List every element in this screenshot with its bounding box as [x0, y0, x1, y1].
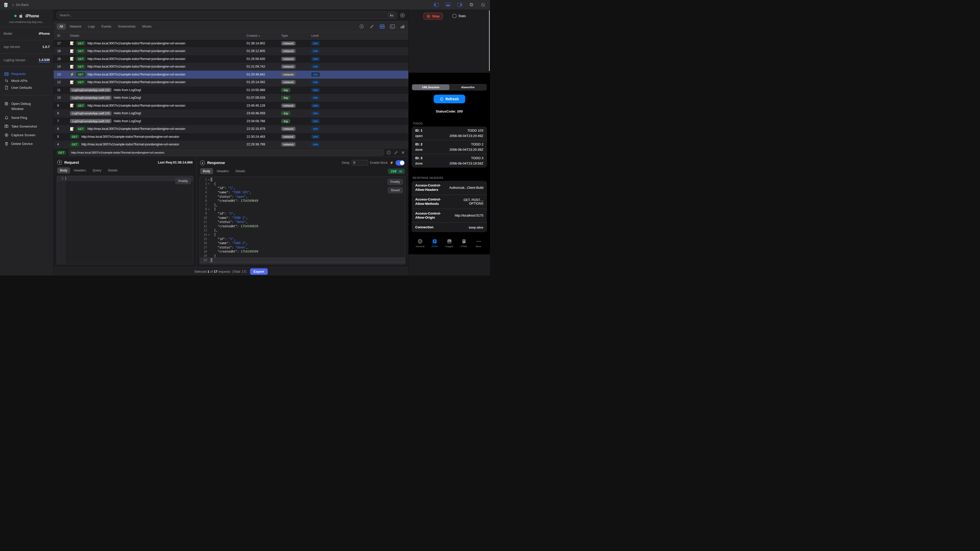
emoji-filter-icon[interactable] [400, 13, 405, 18]
code-line-15[interactable]: 15 "id": "3", [200, 237, 405, 241]
fold-arrow-icon[interactable]: ▾ [207, 183, 210, 185]
tab-all[interactable]: All [57, 24, 66, 30]
back-button[interactable]: ‹ Go Back [11, 2, 29, 7]
table-row[interactable]: 12📝GEThttp://max.local:3007/v1/sample-to… [54, 79, 408, 86]
device-tab-images[interactable]: Images [443, 239, 456, 248]
delay-input[interactable] [352, 160, 368, 165]
stats-checkbox[interactable]: Stats [452, 14, 466, 18]
sidebar-item-requests[interactable]: Requests [3, 70, 50, 77]
device-tab-general[interactable]: General [414, 239, 426, 248]
request-tab-headers[interactable]: Headers [71, 167, 89, 173]
theme-brush-button[interactable] [369, 24, 375, 29]
table-row[interactable]: 14📝GEThttp://max.local:3007/v1/sample-to… [54, 63, 408, 71]
tab-screenshots[interactable]: Screenshots [115, 24, 138, 30]
fold-arrow-icon[interactable]: ▾ [207, 233, 210, 236]
toggle-left-panel-button[interactable] [433, 2, 439, 7]
device-tab-html[interactable]: HTML [458, 239, 470, 248]
response-tab-details[interactable]: Details [233, 168, 248, 174]
tab-events[interactable]: Events [99, 24, 114, 30]
code-line-8[interactable]: 8▾ { [200, 207, 405, 211]
settings-button[interactable]: ⚙ [469, 2, 474, 7]
column-id[interactable]: ID [54, 34, 70, 38]
request-body-editor[interactable]: 1 Prettify [57, 176, 193, 264]
expand-button[interactable] [393, 150, 398, 155]
code-line-10[interactable]: 10 "name": "TODO 2", [200, 216, 405, 220]
tab-network[interactable]: Network [67, 24, 84, 30]
table-row[interactable]: 13⚡GEThttp://max.local:3007/v1/sample-to… [54, 71, 408, 79]
code-line-16[interactable]: 16 "name": "TODO 3", [200, 241, 405, 245]
segment-urlsession[interactable]: URLSession [412, 84, 449, 90]
device-tab-more[interactable]: More [472, 239, 485, 248]
code-line-6[interactable]: 6 "createdAt": 1754349649 [200, 199, 405, 203]
column-created[interactable]: Created ▼ [247, 34, 281, 38]
response-tab-headers[interactable]: Headers [214, 168, 232, 174]
table-row[interactable]: 7LogDogExampleApp.swift:103Hello from Lo… [54, 118, 408, 125]
device-tab-json[interactable]: JSON [428, 239, 441, 248]
response-prettify-button[interactable]: Prettify [387, 179, 403, 185]
request-tab-body[interactable]: Body [57, 167, 70, 173]
code-line-20[interactable]: 20] [200, 258, 405, 262]
column-level[interactable]: Level [311, 34, 408, 38]
code-line-2[interactable]: 2▾ { [200, 182, 405, 186]
history-button[interactable] [359, 24, 364, 29]
stats-chart-button[interactable] [400, 24, 405, 29]
sidebar-action-delete-device[interactable]: Delete Device [3, 140, 50, 148]
fold-arrow-icon[interactable]: ▾ [207, 179, 210, 181]
table-view-button[interactable] [379, 24, 385, 29]
table-row[interactable]: 6📝GEThttp://max.local:3007/v1/sample-tod… [54, 125, 408, 133]
export-button[interactable]: Export [250, 268, 268, 275]
segment-alamofire[interactable]: Alamofire [449, 84, 487, 90]
code-line-17[interactable]: 17 "status": "done", [200, 245, 405, 250]
version-link[interactable]: 1.4.530 [39, 58, 50, 62]
sidebar-item-user-defaults[interactable]: User Defaults [3, 84, 50, 91]
code-line-1[interactable]: 1▾[ [200, 178, 405, 182]
request-prettify-button[interactable]: Prettify [175, 178, 191, 184]
match-case-button[interactable]: Aa [388, 13, 395, 17]
code-line-3[interactable]: 3 "id": "1", [200, 186, 405, 190]
code-line-4[interactable]: 4 "name": "TODO 103", [200, 190, 405, 195]
refresh-button[interactable]: Refresh [434, 95, 465, 103]
console-button[interactable] [390, 24, 395, 29]
search-input[interactable] [57, 14, 388, 17]
code-line-13[interactable]: 13 }, [200, 228, 405, 233]
theme-toggle-button[interactable] [480, 2, 486, 7]
table-row[interactable]: 11LogDogExampleApp.swift:103Hello from L… [54, 86, 408, 94]
table-row[interactable]: 17📝GEThttp://max.local:3007/v1/sample-to… [54, 40, 408, 48]
table-row[interactable]: 4GEThttp://max.local:3007/v1/sample-todo… [54, 141, 408, 149]
stop-button[interactable]: Stop [423, 13, 443, 20]
code-line-12[interactable]: 12 "createdAt": 1754349639 [200, 224, 405, 229]
table-row[interactable]: 8LogDogExampleApp.swift:103Hello from Lo… [54, 110, 408, 118]
request-tab-query[interactable]: Query [90, 167, 104, 173]
sidebar-action-send-ping[interactable]: Send Ping [3, 114, 50, 122]
column-type[interactable]: Type [281, 34, 311, 38]
tab-logs[interactable]: Logs [85, 24, 98, 30]
toggle-bottom-panel-button[interactable] [445, 2, 451, 7]
table-row[interactable]: 16📝GEThttp://max.local:3007/v1/sample-to… [54, 48, 408, 56]
sidebar-action-capture-screen[interactable]: Capture Screen [3, 131, 50, 140]
sidebar-action-take-screenshot[interactable]: Take Screenshot [3, 122, 50, 131]
request-tab-details[interactable]: Details [105, 167, 121, 173]
code-line-14[interactable]: 14▾ { [200, 233, 405, 237]
info-button[interactable] [387, 150, 391, 155]
table-row[interactable]: 5GEThttp://max.local:3007/v1/sample-todo… [54, 133, 408, 141]
code-line-11[interactable]: 11 "status": "done", [200, 220, 405, 224]
table-row[interactable]: 9📝GEThttp://max.local:3007/v1/sample-tod… [54, 102, 408, 110]
sidebar-action-open-debug-window[interactable]: Open Debug Window [3, 100, 50, 114]
response-body-editor[interactable]: 1▾[2▾ {3 "id": "1",4 "name": "TODO 103",… [200, 176, 405, 264]
code-line-9[interactable]: 9 "id": "2", [200, 211, 405, 216]
window-scrollbar-thumb[interactable] [489, 10, 490, 71]
sidebar-item-mock-apis[interactable]: Mock APIs [3, 77, 50, 84]
table-row[interactable]: 10LogDogExampleApp.swift:103Hello from L… [54, 94, 408, 102]
enable-mock-toggle[interactable] [396, 160, 405, 165]
code-line-19[interactable]: 19 } [200, 254, 405, 258]
request-url-input[interactable] [68, 149, 384, 156]
code-line-18[interactable]: 18 "createdAt": 1754349599 [200, 249, 405, 254]
table-row[interactable]: 15📝GEThttp://max.local:3007/v1/sample-to… [54, 55, 408, 63]
code-line-7[interactable]: 7 }, [200, 203, 405, 207]
close-button[interactable] [401, 150, 405, 155]
tab-mocks[interactable]: Mocks [140, 24, 154, 30]
column-details[interactable]: Details [70, 34, 247, 38]
fold-arrow-icon[interactable]: ▾ [207, 208, 210, 210]
code-line-5[interactable]: 5 "status": "open", [200, 194, 405, 199]
response-tab-body[interactable]: Body [200, 168, 213, 174]
